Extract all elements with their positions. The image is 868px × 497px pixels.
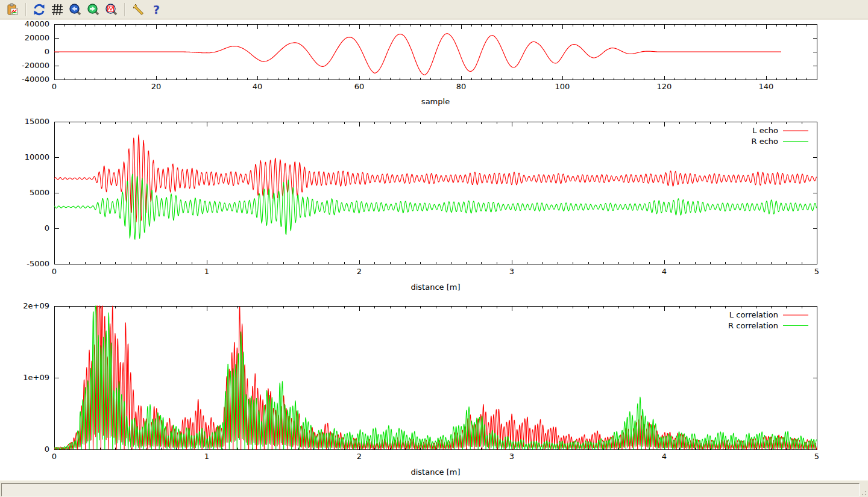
y-tick-label: 0: [45, 47, 49, 56]
series-line-L-correlation: [54, 306, 817, 449]
zoom-previous-button[interactable]: [68, 2, 83, 17]
plot-correlation: 01234501e+092e+09distance [m]L correlati…: [23, 301, 819, 477]
x-tick-label: 4: [662, 267, 667, 276]
x-tick-label: 60: [354, 82, 365, 91]
status-message-field: [1, 483, 860, 496]
series-line-L-echo: [54, 135, 816, 222]
toolbar: ?: [0, 0, 868, 19]
toolbar-separator: [25, 3, 27, 16]
autoscale-magnifier-icon: [105, 3, 118, 16]
legend-label: R correlation: [728, 321, 778, 330]
x-tick-label: 3: [509, 267, 514, 276]
y-tick-label: 0: [45, 223, 49, 233]
x-tick-label: 5: [814, 267, 819, 276]
zoom-previous-icon: [69, 3, 82, 16]
toolbar-separator: [124, 3, 125, 16]
y-tick-label: 20000: [25, 33, 49, 42]
zoom-next-icon: [87, 3, 100, 16]
x-tick-label: 120: [657, 82, 672, 91]
x-tick-label: 2: [357, 452, 362, 461]
series-line-pulse: [54, 34, 781, 75]
x-tick-label: 140: [759, 82, 774, 91]
y-tick-label: -20000: [22, 61, 49, 70]
y-tick-label: 5000: [30, 188, 49, 197]
replot-button[interactable]: [31, 2, 47, 17]
gnuplot-window: ? 020406080100120140-40000-2000002000040…: [0, 0, 868, 497]
x-axis-label: distance [m]: [410, 283, 460, 292]
copy-to-clipboard-icon: [6, 3, 19, 16]
y-tick-label: 0: [45, 445, 49, 454]
plot-echo: 012345-5000050001000015000distance [m]L …: [25, 117, 820, 292]
x-tick-label: 20: [151, 82, 162, 91]
replot-refresh-icon: [33, 3, 46, 16]
wrench-config-icon: [131, 3, 145, 16]
series-line-R-correlation: [54, 306, 817, 449]
svg-text:?: ?: [153, 3, 160, 16]
configure-button[interactable]: [130, 2, 146, 17]
x-tick-label: 0: [52, 267, 57, 276]
copy-clipboard-button[interactable]: [5, 2, 20, 17]
plots-svg[interactable]: 020406080100120140-40000-200000200004000…: [0, 20, 868, 480]
x-tick-label: 0: [52, 82, 57, 91]
y-tick-label: 15000: [25, 117, 49, 126]
x-tick-label: 5: [814, 452, 819, 461]
y-tick-label: -40000: [22, 75, 49, 84]
series-line-R-echo: [54, 174, 816, 239]
toggle-grid-button[interactable]: [49, 2, 65, 17]
resize-grip-icon[interactable]: [860, 489, 867, 496]
x-tick-label: 80: [456, 82, 467, 91]
x-tick-label: 2: [357, 267, 362, 276]
y-tick-label: 40000: [25, 20, 49, 28]
legend-label: L correlation: [729, 310, 778, 319]
y-tick-label: 1e+09: [23, 373, 49, 382]
x-tick-label: 0: [52, 452, 57, 461]
x-tick-label: 40: [253, 82, 263, 91]
x-axis-label: distance [m]: [410, 467, 460, 477]
plot-canvas[interactable]: 020406080100120140-40000-200000200004000…: [0, 20, 868, 480]
legend-label: R echo: [751, 137, 778, 146]
help-question-icon: ?: [149, 3, 163, 16]
autoscale-button[interactable]: [104, 2, 119, 17]
plot-sample: 020406080100120140-40000-200000200004000…: [22, 20, 817, 106]
legend-label: L echo: [752, 126, 778, 135]
grid-icon: [51, 3, 64, 16]
x-tick-label: 100: [555, 82, 570, 91]
x-tick-label: 3: [509, 452, 514, 461]
help-button[interactable]: ?: [148, 2, 164, 17]
axes-echo: [55, 122, 817, 264]
x-tick-label: 1: [204, 452, 209, 461]
y-tick-label: 2e+09: [23, 301, 49, 310]
status-bar: [0, 480, 868, 497]
y-tick-label: -5000: [27, 259, 49, 268]
x-tick-label: 1: [204, 267, 209, 276]
x-axis-label: sample: [421, 97, 450, 106]
zoom-next-button[interactable]: [86, 2, 101, 17]
y-tick-label: 10000: [25, 152, 49, 161]
x-tick-label: 4: [662, 452, 667, 461]
